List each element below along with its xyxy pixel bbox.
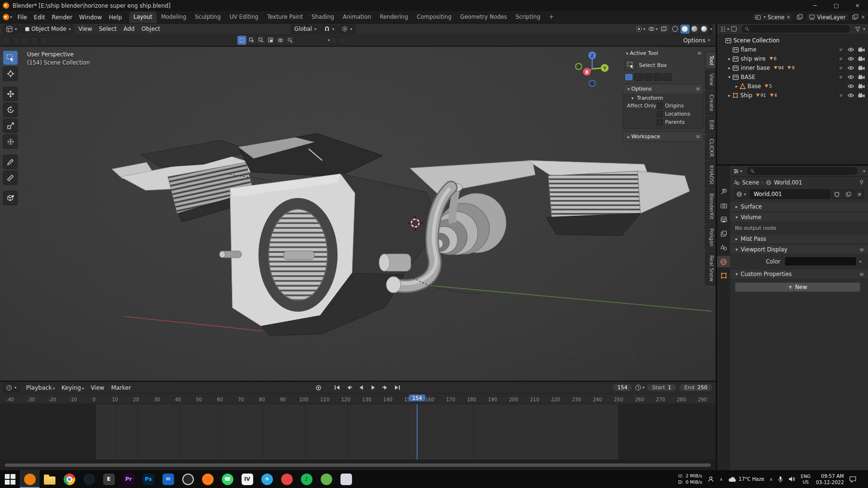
microphone-icon[interactable] [778,476,783,483]
taskbar-red-app[interactable] [277,470,297,488]
collection-checkbox[interactable]: ✓ [838,47,844,53]
taskbar-blender[interactable] [20,470,40,488]
camera-icon[interactable] [858,56,865,61]
transform-subpanel-header[interactable]: ▾ Transform [623,93,703,102]
mode-icon[interactable] [653,73,662,81]
new-property-button[interactable]: + New [735,282,860,292]
menu-render[interactable]: Render [48,12,76,23]
clock-widget[interactable]: 09:57 AM 03-12-2022 [816,473,844,486]
weather-widget[interactable]: 17°C Haze [728,476,764,482]
breadcrumb-scene[interactable]: Scene [742,179,759,186]
viewport-menu-view[interactable]: View [75,24,95,34]
play-reverse-button[interactable] [356,383,366,392]
select-box-tool[interactable] [3,51,18,65]
camera-icon[interactable] [858,84,865,89]
jump-to-start-button[interactable] [332,383,342,392]
checkbox-parents[interactable] [657,119,663,125]
playhead[interactable] [417,404,418,460]
gizmo-z-neg-axis[interactable] [589,80,596,87]
timeline-menu-playback[interactable]: Playback▾ [23,383,58,393]
properties-search[interactable] [747,167,857,175]
eye-icon[interactable] [847,75,854,79]
panel-menu-icon[interactable]: ≡ [696,86,700,92]
menu-help[interactable]: Help [105,12,125,23]
options-button[interactable]: Options ▾ [680,36,713,45]
mode-icon[interactable] [644,73,652,81]
playback-sync-button[interactable]: ▾ [635,384,644,391]
show-overlays-toggle[interactable]: ▾ [648,26,658,32]
disclosure-icon[interactable]: ▾ [727,75,732,79]
taskbar-telegram[interactable]: ✈ [257,470,277,488]
taskbar-gray-app[interactable] [336,470,356,488]
disclosure-icon[interactable]: ▸ [727,66,732,70]
cursor-tool[interactable] [3,66,18,81]
play-button[interactable] [368,383,379,392]
mode-selector[interactable]: Object Mode ▾ [21,25,74,34]
properties-editor-type-button[interactable]: ▾ [733,168,742,174]
outliner-row[interactable]: flame✓ [717,45,868,54]
select-mode-invert[interactable] [266,36,275,45]
timeline-menu-keying[interactable]: Keying▾ [58,383,87,393]
next-keyframe-button[interactable] [380,383,391,392]
tab-object[interactable] [717,270,730,281]
options-panel-header[interactable]: ▾ Options ≡ [623,84,703,93]
mode-icon[interactable] [634,73,643,81]
taskbar-whatsapp[interactable]: ☎ [217,470,237,488]
move-tool[interactable] [3,87,18,101]
timeline-editor-type-button[interactable]: ▾ [3,383,20,392]
taskbar-iv-app[interactable]: IV [237,470,257,488]
filter-button[interactable] [855,26,860,32]
frame-end-field[interactable]: End 250 [679,383,713,392]
show-gizmo-toggle[interactable]: ▾ [636,26,645,32]
workspace-tab[interactable]: Geometry Nodes [456,12,511,23]
tool-settings-icon[interactable] [30,37,38,44]
collection-checkbox[interactable]: ✓ [838,92,844,98]
panel-menu-icon[interactable]: ≡ [859,271,864,277]
maximize-button[interactable]: □ [826,0,847,11]
tool-settings-icon[interactable] [21,37,29,44]
timeline-menu-view[interactable]: View [87,383,108,393]
select-mode-new[interactable] [237,36,246,45]
tool-settings-icon[interactable] [3,37,11,44]
proportional-editing-toggle[interactable]: ▾ [339,25,355,34]
fake-user-button[interactable] [832,189,842,199]
menu-window[interactable]: Window [76,12,105,23]
sidebar-tab-real-snow[interactable]: Real Snow [705,251,716,285]
viewport-display-section-header[interactable]: ▾ Viewport Display ≡ [730,244,868,255]
outliner-search[interactable] [742,25,850,33]
outliner-row[interactable]: ▸inner base949✓ [717,63,868,72]
gizmo-y-neg-axis[interactable] [576,64,582,70]
workspace-tab[interactable]: Rendering [375,12,412,23]
viewport-menu-select[interactable]: Select [95,24,120,34]
sidebar-tab-blenderkit[interactable]: BlenderKit [705,189,716,224]
close-button[interactable]: × [847,0,868,11]
taskbar-windows-start[interactable] [0,470,20,488]
viewport-menu-add[interactable]: Add [120,24,138,34]
timeline-track-area[interactable] [0,404,716,460]
rotate-tool[interactable] [3,103,18,117]
panel-menu-icon[interactable]: ≡ [859,246,864,253]
disclosure-icon[interactable]: ▸ [734,84,739,89]
outliner-row[interactable]: ▸ship wire6✓ [717,54,868,63]
auto-keying-toggle[interactable] [313,383,324,392]
tool-settings-icon[interactable] [12,37,20,44]
collection-checkbox[interactable]: ✓ [838,74,844,80]
camera-icon[interactable] [858,93,865,98]
select-mode-extend[interactable] [247,36,256,45]
tab-output[interactable] [717,214,730,225]
scale-tool[interactable] [3,119,18,133]
world-browse-button[interactable]: ▾ [734,189,748,199]
blender-menu-button[interactable]: ▾ [3,14,12,20]
shading-solid-button[interactable] [680,25,690,34]
unlink-datablock-button[interactable]: × [855,189,864,199]
workspace-panel-header[interactable]: ▸ Workspace ≡ [623,132,703,141]
taskbar-mail[interactable]: ✉ [158,470,178,488]
sidebar-tab-edit[interactable]: Edit [705,116,716,133]
outliner-row[interactable]: Scene Collection [717,36,868,45]
measure-tool[interactable] [3,171,18,185]
outliner-row[interactable]: ▾BASE✓ [717,72,868,81]
tab-render[interactable] [717,200,730,211]
animate-decorator-icon[interactable] [859,261,861,263]
filter-icon[interactable] [339,37,347,44]
volume-section-header[interactable]: ▾ Volume [730,212,868,223]
